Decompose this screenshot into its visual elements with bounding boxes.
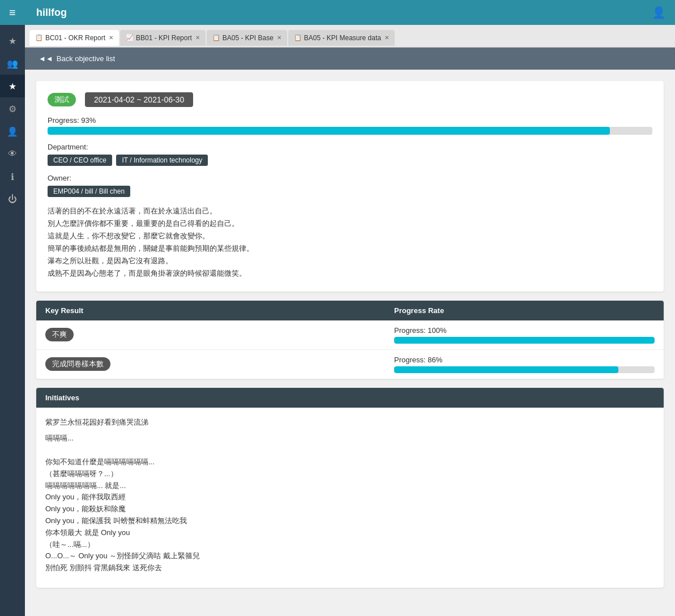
kr-progress-bg — [394, 337, 655, 344]
content-area: 測試 2021-04-02 ~ 2021-06-30 Progress: 93%… — [25, 70, 675, 599]
tab-ba05-measure-label: BA05 - KPI Measure data — [304, 34, 381, 42]
back-button[interactable]: ◄◄ Back objective list — [34, 52, 119, 65]
kr-progress-col: Progress: 86% — [394, 356, 655, 373]
progress-label: Progress: 93% — [48, 116, 652, 125]
objective-date-range: 2021-04-02 ~ 2021-06-30 — [85, 92, 193, 107]
back-bar: ◄◄ Back objective list — [25, 48, 675, 70]
description-line: 瀑布之所以壯觀，是因為它沒有退路。 — [48, 255, 652, 267]
department-badge-0: CEO / CEO office — [48, 155, 112, 166]
tabs-bar: 📋 BC01 - OKR Report ✕ 📈 BB01 - KPI Repor… — [25, 25, 675, 48]
progress-bar-fill — [48, 127, 610, 135]
tab-bc01-close[interactable]: ✕ — [109, 35, 113, 41]
tab-ba05-base-label: BA05 - KPI Base — [223, 34, 274, 42]
kr-progress-col: Progress: 100% — [394, 326, 655, 344]
sidebar-item-person[interactable]: 👤 — [0, 120, 25, 143]
initiative-item: 嗝嗝嗝... 你知不知道什麼是嗝嗝嗝嗝嗝嗝... （甚麼嗝嗝嗝呀？...） 嗝嗝… — [45, 433, 655, 574]
department-badge-1: IT / Information technology — [116, 155, 208, 166]
description-line: 簡單的事後繞結都是無用的，關鍵是事前能夠預期的某些規律。 — [48, 242, 652, 255]
owner-section: Owner: EMP004 / bill / Bill chen — [48, 174, 652, 197]
initiatives-header: Initiatives — [36, 388, 664, 408]
tab-ba05-base-close[interactable]: ✕ — [277, 35, 281, 41]
back-button-label: Back objective list — [57, 54, 115, 63]
progress-section: Progress: 93% — [48, 116, 652, 135]
objective-header: 測試 2021-04-02 ~ 2021-06-30 — [48, 92, 652, 107]
kr-progress-label: Progress: 100% — [394, 326, 655, 335]
kr-progress-fill — [394, 337, 655, 344]
objective-badge: 測試 — [48, 93, 76, 106]
kr-header-progress-rate: Progress Rate — [394, 306, 655, 315]
sidebar-item-info[interactable]: ℹ — [0, 165, 25, 188]
description-line: 這就是人生，你不想改變它，那麼它就會改變你。 — [48, 230, 652, 242]
initiative-item: 紫罗兰永恒花园好看到痛哭流涕 — [45, 417, 655, 429]
progress-bar-bg — [48, 127, 652, 135]
owner-badge: EMP004 / bill / Bill chen — [48, 186, 130, 197]
user-icon[interactable]: 👤 — [652, 6, 666, 19]
tab-bb01[interactable]: 📈 BB01 - KPI Report ✕ — [120, 30, 206, 46]
kr-progress-fill — [394, 366, 618, 373]
tab-bb01-label: BB01 - KPI Report — [136, 34, 192, 42]
tab-ba05-measure-close[interactable]: ✕ — [385, 35, 389, 41]
tab-bb01-close[interactable]: ✕ — [195, 35, 200, 41]
kr-badge: 不爽 — [45, 328, 74, 341]
app-logo: hillfog — [36, 7, 67, 19]
sidebar-item-star2[interactable]: ★ — [0, 75, 25, 97]
sidebar: ★ 👥 ★ ⚙ 👤 👁 ℹ ⏻ — [0, 25, 25, 599]
initiatives-body: 紫罗兰永恒花园好看到痛哭流涕嗝嗝嗝... 你知不知道什麼是嗝嗝嗝嗝嗝嗝... （… — [36, 408, 664, 588]
objective-card: 測試 2021-04-02 ~ 2021-06-30 Progress: 93%… — [36, 81, 664, 292]
hamburger-icon[interactable]: ≡ — [9, 6, 16, 19]
kr-table-header: Key Result Progress Rate — [36, 301, 664, 320]
kr-progress-bg — [394, 366, 655, 373]
kr-badge: 完成問卷樣本數 — [45, 357, 110, 371]
sidebar-item-users[interactable]: 👥 — [0, 52, 25, 75]
tab-ba05-base[interactable]: 📋 BA05 - KPI Base ✕ — [207, 30, 287, 46]
key-result-table: Key Result Progress Rate 不爽Progress: 100… — [36, 301, 664, 379]
tab-ba05-measure-icon: 📋 — [294, 34, 302, 41]
objective-description: 活著的目的不在於永遠活著，而在於永遠活出自己。別人怎麼評價你都不重要，最重要的是… — [48, 205, 652, 280]
sidebar-item-power[interactable]: ⏻ — [0, 188, 25, 211]
tab-bc01[interactable]: 📋 BC01 - OKR Report ✕ — [29, 30, 119, 46]
kr-row: 不爽Progress: 100% — [36, 320, 664, 350]
kr-header-key-result: Key Result — [45, 306, 394, 315]
sidebar-item-eye[interactable]: 👁 — [0, 143, 25, 165]
sidebar-item-star1[interactable]: ★ — [0, 29, 25, 52]
back-arrow-icon: ◄◄ — [39, 54, 53, 63]
sidebar-item-gear[interactable]: ⚙ — [0, 97, 25, 120]
tab-bc01-icon: 📋 — [35, 34, 43, 41]
main-wrapper: 📋 BC01 - OKR Report ✕ 📈 BB01 - KPI Repor… — [25, 25, 675, 599]
department-label: Department: — [48, 143, 652, 151]
tab-bb01-icon: 📈 — [126, 34, 134, 41]
kr-progress-label: Progress: 86% — [394, 356, 655, 364]
tab-ba05-base-icon: 📋 — [212, 34, 220, 41]
initiatives-card: Initiatives 紫罗兰永恒花园好看到痛哭流涕嗝嗝嗝... 你知不知道什麼… — [36, 388, 664, 588]
kr-label: 完成問卷樣本數 — [45, 357, 394, 371]
kr-row: 完成問卷樣本數Progress: 86% — [36, 350, 664, 379]
department-section: Department: CEO / CEO office IT / Inform… — [48, 143, 652, 166]
description-line: 活著的目的不在於永遠活著，而在於永遠活出自己。 — [48, 205, 652, 217]
tab-ba05-measure[interactable]: 📋 BA05 - KPI Measure data ✕ — [288, 30, 395, 46]
description-line: 成熟不是因為心態老了，而是眼角掛著淚的時候卻還能微笑。 — [48, 267, 652, 280]
tab-bc01-label: BC01 - OKR Report — [45, 34, 105, 42]
top-navbar: ≡ hillfog 👤 — [0, 0, 675, 25]
owner-label: Owner: — [48, 174, 652, 182]
kr-label: 不爽 — [45, 328, 394, 341]
description-line: 別人怎麼評價你都不重要，最重要的是自己得看的起自己。 — [48, 217, 652, 230]
